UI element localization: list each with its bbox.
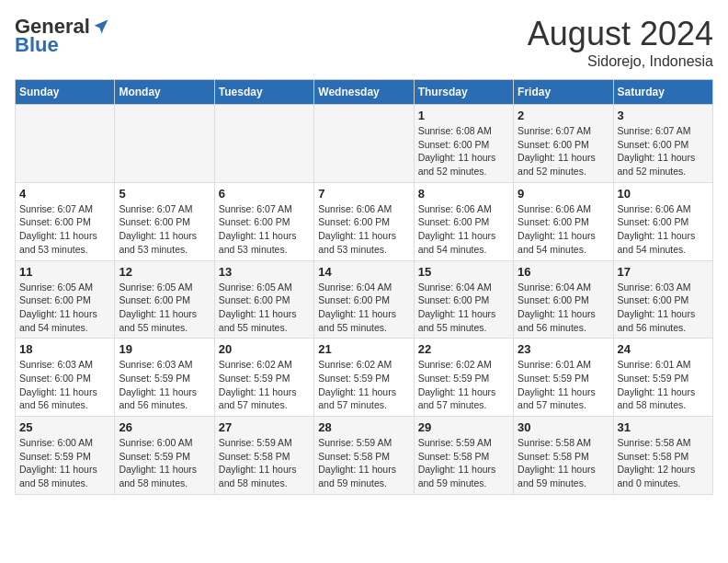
day-detail: Sunrise: 6:04 AM Sunset: 6:00 PM Dayligh…	[318, 281, 409, 335]
day-number: 18	[19, 342, 110, 356]
calendar-header-row: SundayMondayTuesdayWednesdayThursdayFrid…	[16, 80, 713, 105]
day-detail: Sunrise: 6:05 AM Sunset: 6:00 PM Dayligh…	[119, 281, 210, 335]
day-detail: Sunrise: 6:04 AM Sunset: 6:00 PM Dayligh…	[518, 281, 609, 335]
day-number: 23	[518, 342, 609, 356]
day-number: 22	[418, 342, 509, 356]
day-detail: Sunrise: 6:05 AM Sunset: 6:00 PM Dayligh…	[219, 281, 310, 335]
day-number: 3	[618, 109, 709, 122]
calendar-day-cell: 3Sunrise: 6:07 AM Sunset: 6:00 PM Daylig…	[613, 105, 712, 183]
day-detail: Sunrise: 6:04 AM Sunset: 6:00 PM Dayligh…	[418, 281, 509, 335]
day-number: 2	[518, 109, 609, 122]
calendar-day-cell: 27Sunrise: 5:59 AM Sunset: 5:58 PM Dayli…	[214, 417, 313, 495]
day-of-week-header: Friday	[514, 80, 613, 105]
location-subtitle: Sidorejo, Indonesia	[528, 53, 713, 70]
day-detail: Sunrise: 6:06 AM Sunset: 6:00 PM Dayligh…	[518, 202, 609, 257]
day-detail: Sunrise: 6:07 AM Sunset: 6:00 PM Dayligh…	[618, 124, 709, 178]
day-number: 26	[119, 420, 210, 434]
calendar-day-cell: 19Sunrise: 6:03 AM Sunset: 5:59 PM Dayli…	[115, 339, 214, 417]
calendar-day-cell: 23Sunrise: 6:01 AM Sunset: 5:59 PM Dayli…	[514, 339, 613, 417]
day-number: 28	[318, 420, 409, 434]
day-number: 27	[219, 420, 310, 434]
day-detail: Sunrise: 6:02 AM Sunset: 5:59 PM Dayligh…	[418, 358, 509, 412]
calendar-day-cell: 9Sunrise: 6:06 AM Sunset: 6:00 PM Daylig…	[514, 182, 613, 260]
calendar-day-cell	[115, 105, 214, 183]
calendar-day-cell: 8Sunrise: 6:06 AM Sunset: 6:00 PM Daylig…	[414, 182, 513, 260]
calendar-day-cell: 20Sunrise: 6:02 AM Sunset: 5:59 PM Dayli…	[214, 339, 313, 417]
calendar-day-cell: 29Sunrise: 5:59 AM Sunset: 5:58 PM Dayli…	[414, 417, 513, 495]
day-detail: Sunrise: 6:03 AM Sunset: 6:00 PM Dayligh…	[618, 281, 709, 335]
day-detail: Sunrise: 6:03 AM Sunset: 5:59 PM Dayligh…	[119, 358, 210, 412]
day-number: 7	[318, 187, 409, 201]
calendar-day-cell: 10Sunrise: 6:06 AM Sunset: 6:00 PM Dayli…	[613, 182, 712, 260]
calendar-day-cell: 26Sunrise: 6:00 AM Sunset: 5:59 PM Dayli…	[115, 417, 214, 495]
day-number: 15	[418, 265, 509, 279]
day-detail: Sunrise: 5:58 AM Sunset: 5:58 PM Dayligh…	[618, 436, 709, 490]
calendar-day-cell: 5Sunrise: 6:07 AM Sunset: 6:00 PM Daylig…	[115, 182, 214, 260]
calendar-day-cell: 15Sunrise: 6:04 AM Sunset: 6:00 PM Dayli…	[414, 260, 513, 339]
day-detail: Sunrise: 6:00 AM Sunset: 5:59 PM Dayligh…	[119, 436, 210, 490]
calendar-day-cell: 1Sunrise: 6:08 AM Sunset: 6:00 PM Daylig…	[414, 105, 513, 183]
day-number: 4	[19, 187, 110, 201]
day-of-week-header: Monday	[115, 80, 214, 105]
page-header: General Blue August 2024 Sidorejo, Indon…	[15, 15, 713, 70]
day-number: 5	[119, 187, 210, 201]
calendar-day-cell: 7Sunrise: 6:06 AM Sunset: 6:00 PM Daylig…	[314, 182, 414, 260]
day-detail: Sunrise: 6:05 AM Sunset: 6:00 PM Dayligh…	[19, 281, 110, 335]
day-number: 10	[618, 187, 709, 201]
calendar-day-cell	[214, 105, 313, 183]
calendar-day-cell: 25Sunrise: 6:00 AM Sunset: 5:59 PM Dayli…	[16, 417, 115, 495]
day-detail: Sunrise: 6:07 AM Sunset: 6:00 PM Dayligh…	[219, 202, 310, 257]
calendar-day-cell: 13Sunrise: 6:05 AM Sunset: 6:00 PM Dayli…	[214, 260, 313, 339]
calendar-day-cell: 11Sunrise: 6:05 AM Sunset: 6:00 PM Dayli…	[16, 260, 115, 339]
day-detail: Sunrise: 6:02 AM Sunset: 5:59 PM Dayligh…	[318, 358, 409, 412]
calendar-day-cell: 12Sunrise: 6:05 AM Sunset: 6:00 PM Dayli…	[115, 260, 214, 339]
day-of-week-header: Wednesday	[314, 80, 414, 105]
day-number: 31	[618, 420, 709, 434]
day-detail: Sunrise: 6:01 AM Sunset: 5:59 PM Dayligh…	[518, 358, 609, 412]
day-number: 30	[518, 420, 609, 434]
day-number: 9	[518, 187, 609, 201]
calendar-day-cell: 28Sunrise: 5:59 AM Sunset: 5:58 PM Dayli…	[314, 417, 414, 495]
day-number: 21	[318, 342, 409, 356]
day-detail: Sunrise: 6:03 AM Sunset: 6:00 PM Dayligh…	[19, 358, 110, 412]
calendar-day-cell: 31Sunrise: 5:58 AM Sunset: 5:58 PM Dayli…	[613, 417, 712, 495]
calendar-day-cell	[16, 105, 115, 183]
calendar-week-row: 11Sunrise: 6:05 AM Sunset: 6:00 PM Dayli…	[16, 260, 713, 339]
day-detail: Sunrise: 5:58 AM Sunset: 5:58 PM Dayligh…	[518, 436, 609, 490]
day-detail: Sunrise: 6:07 AM Sunset: 6:00 PM Dayligh…	[518, 124, 609, 178]
day-of-week-header: Sunday	[16, 80, 115, 105]
month-year-title: August 2024	[528, 15, 713, 53]
day-detail: Sunrise: 6:07 AM Sunset: 6:00 PM Dayligh…	[119, 202, 210, 257]
day-detail: Sunrise: 5:59 AM Sunset: 5:58 PM Dayligh…	[318, 436, 409, 490]
calendar-day-cell: 18Sunrise: 6:03 AM Sunset: 6:00 PM Dayli…	[16, 339, 115, 417]
day-number: 14	[318, 265, 409, 279]
day-number: 29	[418, 420, 509, 434]
calendar-day-cell	[314, 105, 414, 183]
calendar-day-cell: 24Sunrise: 6:01 AM Sunset: 5:59 PM Dayli…	[613, 339, 712, 417]
logo-blue-text: Blue	[15, 33, 59, 57]
calendar-day-cell: 4Sunrise: 6:07 AM Sunset: 6:00 PM Daylig…	[16, 182, 115, 260]
title-area: August 2024 Sidorejo, Indonesia	[528, 15, 713, 70]
calendar-day-cell: 21Sunrise: 6:02 AM Sunset: 5:59 PM Dayli…	[314, 339, 414, 417]
day-detail: Sunrise: 6:06 AM Sunset: 6:00 PM Dayligh…	[318, 202, 409, 257]
calendar-day-cell: 16Sunrise: 6:04 AM Sunset: 6:00 PM Dayli…	[514, 260, 613, 339]
day-detail: Sunrise: 6:00 AM Sunset: 5:59 PM Dayligh…	[19, 436, 110, 490]
day-number: 6	[219, 187, 310, 201]
day-detail: Sunrise: 5:59 AM Sunset: 5:58 PM Dayligh…	[219, 436, 310, 490]
day-detail: Sunrise: 6:07 AM Sunset: 6:00 PM Dayligh…	[19, 202, 110, 257]
calendar-week-row: 4Sunrise: 6:07 AM Sunset: 6:00 PM Daylig…	[16, 182, 713, 260]
calendar-day-cell: 2Sunrise: 6:07 AM Sunset: 6:00 PM Daylig…	[514, 105, 613, 183]
day-number: 25	[19, 420, 110, 434]
calendar-day-cell: 6Sunrise: 6:07 AM Sunset: 6:00 PM Daylig…	[214, 182, 313, 260]
day-number: 20	[219, 342, 310, 356]
calendar-day-cell: 17Sunrise: 6:03 AM Sunset: 6:00 PM Dayli…	[613, 260, 712, 339]
day-number: 19	[119, 342, 210, 356]
day-of-week-header: Tuesday	[214, 80, 313, 105]
calendar-table: SundayMondayTuesdayWednesdayThursdayFrid…	[15, 79, 713, 495]
day-number: 1	[418, 109, 509, 122]
day-number: 8	[418, 187, 509, 201]
day-number: 17	[618, 265, 709, 279]
day-detail: Sunrise: 6:02 AM Sunset: 5:59 PM Dayligh…	[219, 358, 310, 412]
day-number: 13	[219, 265, 310, 279]
calendar-week-row: 18Sunrise: 6:03 AM Sunset: 6:00 PM Dayli…	[16, 339, 713, 417]
